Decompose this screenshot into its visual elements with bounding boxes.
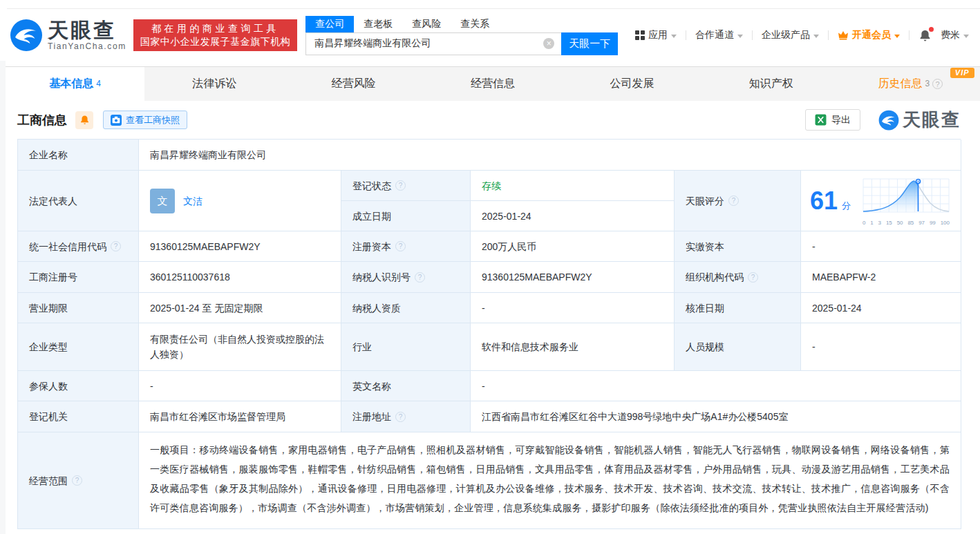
reg-authority-label: 登记机关 bbox=[18, 401, 139, 432]
tab-intellectual-property[interactable]: 知识产权 bbox=[701, 67, 840, 101]
status-badge: 存续 bbox=[482, 178, 501, 193]
nav-enterprise-label: 企业级产品 bbox=[762, 29, 810, 41]
slogan-line2: 国家中小企业发展子基金旗下机构 bbox=[140, 35, 291, 48]
search-tab-company[interactable]: 查公司 bbox=[305, 16, 354, 32]
tianyancha-logo-icon bbox=[10, 19, 43, 52]
business-info-section-head: 工商信息 查看工商快照 导出 bbox=[6, 101, 980, 139]
business-info-table: 企业名称 南昌昇耀终端商业有限公司 法定代表人 文 文洁 登记状态 存续 成立日… bbox=[17, 139, 961, 529]
establish-date-label: 成立日期 bbox=[341, 201, 471, 231]
snapshot-button-label: 查看工商快照 bbox=[126, 114, 180, 126]
tianyancha-company-page: 天眼查 TianYanCha.com 都在用的商业查询工具 国家中小企业发展子基… bbox=[0, 0, 980, 534]
paid-capital-label: 实缴资本 bbox=[675, 231, 801, 262]
label-text: 法定代表人 bbox=[29, 193, 77, 209]
camera-icon bbox=[111, 115, 122, 126]
help-icon[interactable] bbox=[111, 241, 121, 251]
page-tabstrip: 基本信息 4 法律诉讼 经营风险 经营信息 公司发展 知识产权 VIP 历史信息… bbox=[6, 66, 980, 101]
reg-number-label: 工商注册号 bbox=[18, 262, 139, 293]
label-text: 核准日期 bbox=[686, 301, 724, 316]
nav-enterprise[interactable]: 企业级产品 bbox=[762, 29, 819, 41]
paid-capital-value: - bbox=[801, 231, 961, 262]
reg-capital-label: 注册资本 bbox=[341, 231, 471, 262]
tab-history-info[interactable]: VIP 历史信息 3 bbox=[841, 67, 980, 101]
tick: 50 bbox=[897, 220, 903, 226]
chevron-down-icon bbox=[963, 35, 969, 38]
search-input[interactable] bbox=[306, 33, 561, 55]
value-text: MAEBAPFW-2 bbox=[812, 269, 876, 285]
tab-business-info[interactable]: 经营信息 bbox=[423, 67, 562, 101]
search-tab-relation[interactable]: 查关系 bbox=[451, 16, 499, 32]
business-term-label: 营业期限 bbox=[18, 293, 139, 323]
business-term-value: 2025-01-24 至 无固定期限 bbox=[139, 293, 341, 323]
nav-vip[interactable]: 开通会员 bbox=[838, 29, 900, 41]
monitor-bell-button[interactable] bbox=[75, 111, 93, 129]
score-label: 天眼评分 bbox=[675, 171, 801, 231]
tab-operation-risk[interactable]: 经营风险 bbox=[284, 67, 423, 101]
help-icon[interactable] bbox=[932, 79, 943, 89]
taxpayer-quality-value: - bbox=[471, 293, 675, 323]
tab-label: 历史信息 bbox=[878, 77, 922, 91]
tab-label: 经营信息 bbox=[471, 77, 515, 91]
score-curve bbox=[860, 176, 952, 216]
help-icon[interactable] bbox=[748, 272, 758, 283]
value-text: - bbox=[482, 379, 485, 394]
company-name-value: 南昌昇耀终端商业有限公司 bbox=[139, 140, 961, 171]
apps-grid-icon bbox=[635, 30, 645, 40]
tab-company-development[interactable]: 公司发展 bbox=[563, 67, 701, 101]
label-text: 人员规模 bbox=[686, 339, 724, 354]
company-type-label: 企业类型 bbox=[18, 323, 139, 371]
notification-bell[interactable] bbox=[918, 29, 932, 42]
help-icon[interactable] bbox=[395, 180, 406, 191]
help-icon[interactable] bbox=[72, 475, 82, 486]
help-icon[interactable] bbox=[415, 272, 425, 283]
nav-partners-label: 合作通道 bbox=[695, 29, 734, 41]
nav-apps[interactable]: 应用 bbox=[635, 29, 677, 41]
divider bbox=[828, 30, 829, 40]
tab-legal-litigation[interactable]: 法律诉讼 bbox=[144, 67, 283, 101]
excel-icon bbox=[815, 114, 827, 126]
tick: 1 bbox=[870, 220, 873, 226]
snapshot-button[interactable]: 查看工商快照 bbox=[103, 111, 187, 129]
label-text: 企业名称 bbox=[29, 147, 68, 162]
nav-partners[interactable]: 合作通道 bbox=[695, 29, 743, 41]
label-text: 登记机关 bbox=[29, 409, 68, 424]
slogan-line1: 都在用的商业查询工具 bbox=[140, 22, 291, 35]
business-scope-value: 一般项目：移动终端设备销售，家用电器销售，电子产品销售，照相机及器材销售，可穿戴… bbox=[139, 432, 961, 529]
search-submit-button[interactable]: 天眼一下 bbox=[561, 32, 618, 55]
establish-date-value: 2025-01-24 bbox=[471, 201, 675, 231]
tab-label: 公司发展 bbox=[610, 77, 654, 91]
label-text: 纳税人识别号 bbox=[352, 269, 411, 285]
nav-user[interactable]: 费米 bbox=[941, 29, 969, 41]
value-text: 360125110037618 bbox=[150, 269, 230, 285]
legal-rep-value: 文 文洁 bbox=[139, 171, 341, 231]
legal-rep-avatar[interactable]: 文 bbox=[150, 189, 175, 213]
search-tab-boss[interactable]: 查老板 bbox=[354, 16, 402, 32]
nav-user-label: 费米 bbox=[941, 29, 960, 41]
site-header: 天眼查 TianYanCha.com 都在用的商业查询工具 国家中小企业发展子基… bbox=[6, 9, 980, 61]
company-type-value: 有限责任公司（非自然人投资或控股的法人独资） bbox=[139, 323, 341, 371]
help-icon[interactable] bbox=[728, 196, 739, 206]
label-text: 组织机构代码 bbox=[686, 269, 744, 285]
help-icon[interactable] bbox=[395, 241, 406, 251]
reg-authority-value: 南昌市红谷滩区市场监督管理局 bbox=[139, 401, 341, 432]
export-button[interactable]: 导出 bbox=[805, 109, 860, 131]
divider bbox=[752, 30, 753, 40]
tab-basic-info[interactable]: 基本信息 4 bbox=[6, 67, 144, 101]
search-tab-risk[interactable]: 查风险 bbox=[402, 16, 451, 32]
tianyancha-logo[interactable]: 天眼查 TianYanCha.com bbox=[10, 19, 126, 52]
divider bbox=[686, 30, 686, 40]
search-tabs: 查公司 查老板 查风险 查关系 bbox=[305, 16, 618, 32]
label-text: 纳税人资质 bbox=[352, 301, 401, 316]
legal-rep-link[interactable]: 文洁 bbox=[183, 193, 202, 209]
tick: 97 bbox=[918, 220, 925, 226]
help-icon[interactable] bbox=[395, 412, 406, 422]
score-unit: 分 bbox=[842, 198, 851, 213]
value-text: 江西省南昌市红谷滩区红谷中大道998号绿地中央广场A1#办公楼5405室 bbox=[482, 409, 788, 424]
tab-label: 基本信息 bbox=[49, 77, 93, 91]
value-text: 软件和信息技术服务业 bbox=[482, 339, 578, 354]
tab-label: 法律诉讼 bbox=[192, 77, 236, 91]
industry-label: 行业 bbox=[341, 323, 471, 371]
section-title: 工商信息 bbox=[17, 112, 67, 128]
value-text: 2025-01-24 bbox=[812, 301, 862, 316]
search-input-wrap bbox=[305, 32, 561, 55]
value-text: - bbox=[482, 301, 485, 316]
